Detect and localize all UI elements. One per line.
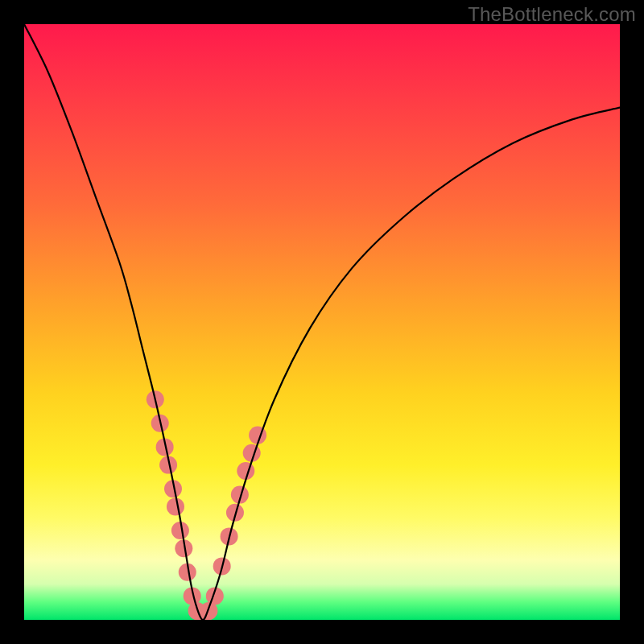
dots-group xyxy=(147,390,266,620)
plot-area xyxy=(24,24,620,620)
highlight-dot xyxy=(167,497,184,515)
chart-svg xyxy=(24,24,620,620)
watermark-text: TheBottleneck.com xyxy=(468,3,636,26)
chart-frame: TheBottleneck.com xyxy=(0,0,644,644)
bottleneck-curve xyxy=(24,24,620,620)
